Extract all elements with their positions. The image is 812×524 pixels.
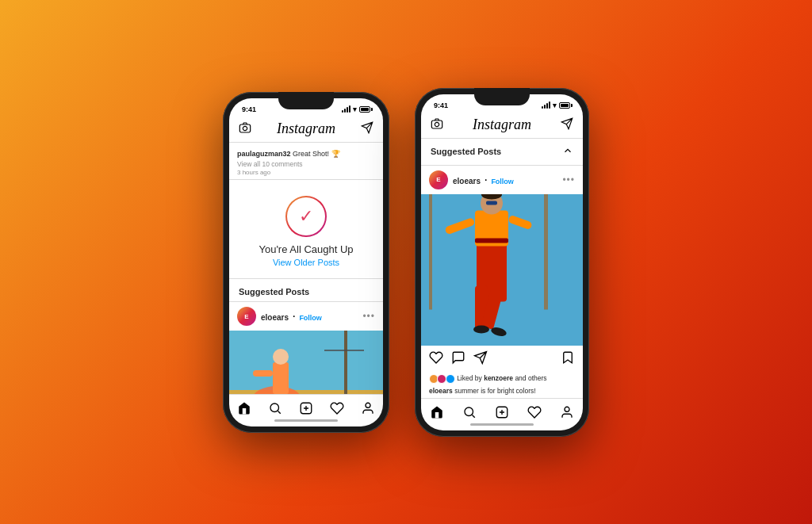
caption-text: summer is for bright colors! (454, 387, 536, 395)
svg-point-14 (435, 122, 439, 126)
phone-left-screen: 9:41 ▾ Instagram (229, 98, 383, 426)
svg-rect-13 (431, 120, 442, 128)
post-header-left: E eloears · Follow ••• (229, 302, 383, 331)
profile-nav-icon[interactable] (361, 401, 375, 419)
view-comments-link[interactable]: View all 10 comments (237, 160, 375, 168)
post-actions-right (421, 346, 583, 373)
liked-avatars (429, 374, 457, 382)
heart-action-icon[interactable] (429, 350, 443, 368)
battery-icon (359, 106, 370, 113)
wifi-icon-right: ▾ (553, 101, 557, 109)
liked-by-rest: and others (513, 374, 547, 382)
follow-button-left[interactable]: Follow (299, 314, 322, 322)
comment-body: Great Shot! 🏆 (293, 150, 340, 158)
svg-rect-4 (344, 331, 347, 393)
feed-left: paulaguzman32 Great Shot! 🏆 View all 10 … (229, 143, 383, 394)
view-older-link[interactable]: View Older Posts (273, 258, 339, 267)
post-header-right: E eloears · Follow ••• (421, 166, 583, 194)
post-menu-right[interactable]: ••• (562, 174, 575, 186)
instagram-logo-left: Instagram (277, 120, 335, 137)
comment-time: 3 hours ago (237, 169, 375, 176)
bookmark-action-icon[interactable] (561, 350, 575, 368)
liked-by-user[interactable]: kenzoere (484, 374, 513, 382)
post-menu-left[interactable]: ••• (362, 311, 375, 322)
send-icon-right[interactable] (561, 117, 573, 132)
svg-point-8 (273, 349, 289, 365)
comment-text: paulaguzman32 Great Shot! 🏆 (237, 149, 375, 159)
signal-icon (342, 105, 350, 113)
instagram-logo-right: Instagram (473, 117, 531, 133)
avatar-left: E (237, 307, 256, 326)
post-image-right (421, 194, 583, 346)
svg-point-31 (473, 325, 489, 333)
status-icons-right: ▾ (542, 101, 570, 109)
liked-by-text: Liked by kenzoere and others (457, 374, 546, 382)
svg-rect-3 (229, 390, 383, 393)
instagram-header-left: Instagram (229, 117, 383, 143)
profile-nav-icon-right[interactable] (560, 405, 574, 423)
phone-left: 9:41 ▾ Instagram (223, 92, 389, 433)
post-username-right[interactable]: eloears (453, 177, 481, 186)
svg-rect-21 (429, 194, 432, 310)
checkmark-icon: ✓ (299, 208, 313, 225)
home-bar-left (274, 419, 338, 422)
svg-rect-33 (475, 238, 508, 243)
add-nav-icon[interactable] (299, 401, 313, 419)
svg-point-12 (366, 403, 370, 407)
camera-icon-right[interactable] (431, 117, 443, 132)
send-icon-left[interactable] (361, 121, 373, 136)
search-nav-icon-right[interactable] (462, 405, 477, 423)
add-nav-icon-right[interactable] (495, 405, 509, 423)
suggested-posts-header: Suggested Posts (229, 279, 383, 302)
phone-right-screen: 9:41 ▾ Instagram (421, 94, 583, 430)
post-user-info-left: eloears · Follow (261, 309, 358, 323)
camera-icon-left[interactable] (239, 121, 251, 136)
svg-rect-0 (239, 124, 250, 132)
svg-rect-7 (273, 362, 289, 393)
svg-point-34 (465, 407, 473, 416)
post-user-info-right: eloears · Follow (453, 173, 557, 187)
heart-nav-icon-right[interactable] (527, 405, 542, 423)
post-username-left[interactable]: eloears (261, 313, 289, 322)
status-icons-left: ▾ (342, 105, 370, 113)
caption-username[interactable]: eloears (429, 387, 453, 395)
svg-rect-16 (544, 194, 548, 310)
phone-right: 9:41 ▾ Instagram (415, 88, 589, 437)
notch-left (278, 92, 334, 109)
avatar-right: E (429, 170, 448, 189)
comment-action-icon[interactable] (451, 350, 465, 368)
heart-nav-icon[interactable] (330, 401, 344, 419)
post-image-left (229, 331, 383, 393)
svg-point-1 (243, 126, 247, 130)
suggested-header-right: Suggested Posts (421, 139, 583, 166)
notch-right (474, 88, 530, 105)
comment-username: paulaguzman32 (237, 150, 291, 158)
svg-point-36 (565, 407, 569, 411)
check-circle: ✓ (285, 196, 327, 237)
battery-icon-right (559, 102, 570, 109)
svg-rect-27 (486, 201, 497, 205)
comment-section: paulaguzman32 Great Shot! 🏆 View all 10 … (229, 143, 383, 181)
suggested-label-right: Suggested Posts (431, 147, 501, 156)
home-nav-icon[interactable] (237, 401, 251, 419)
svg-point-10 (270, 404, 279, 412)
wifi-icon: ▾ (353, 105, 357, 113)
instagram-header-right: Instagram (421, 113, 583, 139)
home-bar-right (470, 423, 534, 426)
signal-icon-right (542, 101, 550, 109)
time-left: 9:41 (242, 105, 256, 113)
follow-button-right[interactable]: Follow (491, 178, 514, 186)
caught-up-section: ✓ You're All Caught Up View Older Posts (229, 180, 383, 279)
share-action-icon[interactable] (473, 350, 488, 368)
svg-rect-9 (253, 370, 273, 377)
svg-rect-2 (229, 331, 383, 393)
chevron-up-icon[interactable] (562, 145, 573, 159)
caught-up-title: You're All Caught Up (259, 243, 353, 255)
home-nav-icon-right[interactable] (430, 405, 444, 423)
liked-by-section: Liked by kenzoere and others (421, 373, 583, 385)
post-caption: eloears summer is for bright colors! (421, 385, 583, 398)
time-right: 9:41 (434, 101, 448, 109)
search-nav-icon[interactable] (268, 401, 282, 419)
